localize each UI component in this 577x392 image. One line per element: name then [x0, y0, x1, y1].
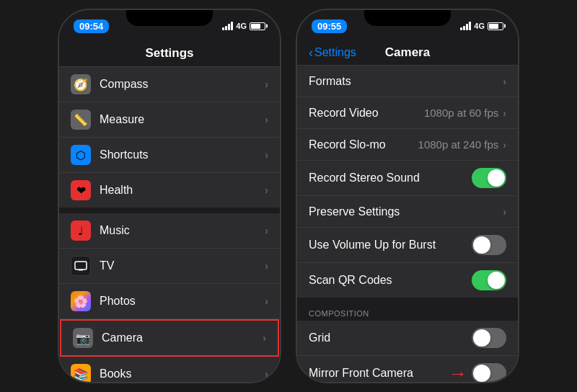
chevron-icon: ›: [265, 295, 268, 307]
right-nav-bar: ‹ Settings Camera: [297, 42, 518, 66]
list-item[interactable]: 🌸 Photos ›: [59, 284, 280, 319]
measure-label: Measure: [100, 113, 265, 126]
scan-qr-toggle[interactable]: [472, 270, 506, 290]
camera-icon: 📷: [73, 328, 93, 348]
list-item[interactable]: 📏 Measure ›: [59, 102, 280, 138]
volume-burst-toggle[interactable]: [472, 235, 506, 255]
compass-label: Compass: [100, 78, 265, 91]
chevron-icon: ›: [265, 225, 268, 236]
scan-qr-item: Scan QR Codes: [297, 263, 518, 298]
record-video-value: 1080p at 60 fps: [424, 107, 498, 119]
battery-icon: [250, 22, 265, 30]
volume-burst-label: Use Volume Up for Burst: [309, 239, 472, 251]
back-chevron-icon: ‹: [309, 46, 313, 59]
back-label: Settings: [314, 46, 356, 59]
left-status-icons: 4G: [222, 22, 265, 30]
right-phone: 09:55 4G ‹ Settings Camera Formats ›: [296, 9, 519, 383]
svg-rect-1: [79, 270, 83, 271]
formats-item[interactable]: Formats ›: [297, 66, 518, 97]
signal-icon: [460, 22, 471, 30]
chevron-icon: ›: [503, 107, 506, 119]
list-item[interactable]: ♩ Music ›: [59, 213, 280, 249]
composition-section: Grid Mirror Front Camera → View Outside …: [297, 321, 518, 382]
tv-icon: [71, 256, 91, 276]
chevron-icon: ›: [265, 79, 268, 90]
left-settings-list: 🧭 Compass › 📏 Measure › ⬡ Shortcuts › ❤ …: [59, 67, 280, 382]
record-slo-mo-label: Record Slo-mo: [309, 138, 418, 151]
books-icon: 📚: [71, 364, 91, 382]
photos-icon: 🌸: [71, 291, 91, 311]
shortcuts-label: Shortcuts: [100, 148, 265, 161]
right-status-bar: 09:55 4G: [297, 10, 518, 42]
formats-label: Formats: [309, 75, 503, 88]
right-nav-title: Camera: [385, 45, 430, 60]
chevron-icon: ›: [265, 114, 268, 125]
bottom-section: ♩ Music › TV › 🌸 Photos ›: [59, 213, 280, 382]
network-label: 4G: [236, 22, 247, 30]
signal-icon: [222, 22, 233, 30]
main-camera-section: Formats › Record Video 1080p at 60 fps ›…: [297, 66, 518, 298]
right-time: 09:55: [312, 19, 347, 33]
right-settings-list: Formats › Record Video 1080p at 60 fps ›…: [297, 66, 518, 382]
music-icon: ♩: [71, 220, 91, 241]
measure-icon: 📏: [71, 110, 91, 130]
left-status-bar: 09:54 4G: [59, 10, 280, 42]
chevron-icon: ›: [265, 149, 268, 161]
record-stereo-toggle[interactable]: [472, 168, 506, 188]
record-video-label: Record Video: [309, 107, 424, 120]
music-label: Music: [100, 224, 265, 237]
network-label: 4G: [474, 22, 485, 30]
health-label: Health: [100, 184, 265, 197]
health-icon: ❤: [71, 180, 91, 200]
record-stereo-label: Record Stereo Sound: [309, 172, 472, 184]
chevron-icon: ›: [265, 260, 268, 272]
top-section: 🧭 Compass › 📏 Measure › ⬡ Shortcuts › ❤ …: [59, 67, 280, 208]
record-slo-mo-value: 1080p at 240 fps: [418, 138, 499, 151]
composition-header: COMPOSITION: [297, 303, 518, 321]
chevron-icon: ›: [503, 76, 506, 87]
grid-label: Grid: [309, 331, 472, 344]
left-nav-bar: Settings: [59, 42, 280, 67]
books-label: Books: [100, 368, 265, 380]
chevron-icon: ›: [265, 368, 268, 380]
list-item[interactable]: 📚 Books ›: [59, 357, 280, 382]
red-arrow-icon: →: [449, 364, 467, 382]
grid-toggle[interactable]: [472, 328, 506, 348]
left-phone: 09:54 4G Settings 🧭 Compass › 📏 Measure: [58, 9, 281, 383]
record-stereo-item: Record Stereo Sound: [297, 161, 518, 196]
left-time: 09:54: [74, 19, 109, 33]
svg-rect-0: [75, 262, 87, 270]
list-item[interactable]: ❤ Health ›: [59, 173, 280, 208]
mirror-front-label: Mirror Front Camera: [309, 367, 449, 380]
camera-settings-item[interactable]: 📷 Camera ›: [60, 319, 279, 357]
list-item[interactable]: TV ›: [59, 249, 280, 284]
scan-qr-label: Scan QR Codes: [309, 274, 472, 287]
chevron-icon: ›: [265, 184, 268, 196]
battery-icon: [488, 22, 503, 30]
right-status-icons: 4G: [460, 22, 503, 30]
chevron-icon: ›: [503, 139, 506, 151]
preserve-settings-item[interactable]: Preserve Settings ›: [297, 196, 518, 228]
tv-label: TV: [100, 259, 265, 272]
photos-label: Photos: [100, 295, 265, 308]
record-video-item[interactable]: Record Video 1080p at 60 fps ›: [297, 97, 518, 129]
list-item[interactable]: ⬡ Shortcuts ›: [59, 138, 280, 173]
chevron-icon: ›: [503, 206, 506, 218]
grid-item: Grid: [297, 321, 518, 356]
back-button[interactable]: ‹ Settings: [309, 46, 356, 59]
shortcuts-icon: ⬡: [71, 145, 91, 165]
camera-label: Camera: [102, 331, 263, 344]
list-item[interactable]: 🧭 Compass ›: [59, 67, 280, 102]
left-nav-title: Settings: [71, 46, 268, 61]
mirror-front-item: Mirror Front Camera →: [297, 356, 518, 382]
compass-icon: 🧭: [71, 74, 91, 94]
volume-burst-item: Use Volume Up for Burst: [297, 228, 518, 263]
chevron-icon: ›: [263, 332, 266, 344]
record-slo-mo-item[interactable]: Record Slo-mo 1080p at 240 fps ›: [297, 129, 518, 161]
mirror-front-toggle[interactable]: [472, 363, 506, 382]
preserve-settings-label: Preserve Settings: [309, 205, 503, 218]
